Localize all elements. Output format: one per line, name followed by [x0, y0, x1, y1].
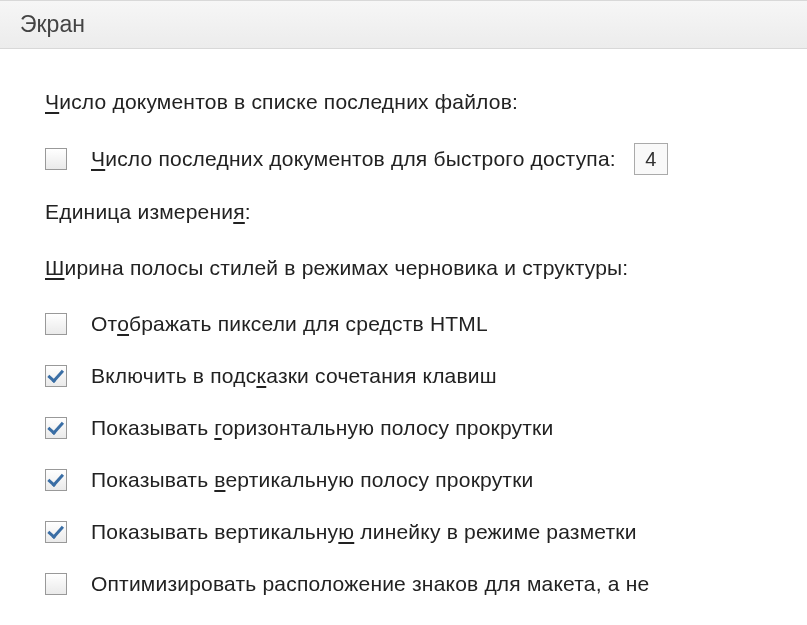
unit-label-row: Единица измерения:	[45, 197, 762, 227]
h-scroll-label: Показывать горизонтальную полосу прокрут…	[91, 416, 553, 440]
recent-docs-label: Число документов в списке последних файл…	[45, 90, 518, 114]
section-title: Экран	[20, 11, 85, 37]
h-scroll-checkbox[interactable]	[45, 417, 67, 439]
v-scroll-label: Показывать вертикальную полосу прокрутки	[91, 468, 534, 492]
settings-content: Число документов в списке последних файл…	[0, 49, 807, 599]
tooltips-shortcuts-label: Включить в подсказки сочетания клавиш	[91, 364, 497, 388]
unit-label: Единица измерения:	[45, 200, 251, 224]
quick-access-row: Число последних документов для быстрого …	[45, 143, 762, 175]
quick-access-value[interactable]: 4	[634, 143, 668, 175]
v-ruler-checkbox[interactable]	[45, 521, 67, 543]
section-header-display: Экран	[0, 0, 807, 49]
h-scroll-row: Показывать горизонтальную полосу прокрут…	[45, 413, 762, 443]
quick-access-label: Число последних документов для быстрого …	[91, 147, 616, 171]
v-ruler-label: Показывать вертикальную линейку в режиме…	[91, 520, 637, 544]
tooltips-shortcuts-row: Включить в подсказки сочетания клавиш	[45, 361, 762, 391]
v-scroll-checkbox[interactable]	[45, 469, 67, 491]
html-pixels-label: Отображать пиксели для средств HTML	[91, 312, 488, 336]
quick-access-checkbox[interactable]	[45, 148, 67, 170]
optimize-layout-checkbox[interactable]	[45, 573, 67, 595]
optimize-layout-row: Оптимизировать расположение знаков для м…	[45, 569, 762, 599]
html-pixels-checkbox[interactable]	[45, 313, 67, 335]
style-width-label: Ширина полосы стилей в режимах черновика…	[45, 256, 628, 280]
v-scroll-row: Показывать вертикальную полосу прокрутки	[45, 465, 762, 495]
tooltips-shortcuts-checkbox[interactable]	[45, 365, 67, 387]
style-width-label-row: Ширина полосы стилей в режимах черновика…	[45, 253, 762, 283]
recent-docs-label-row: Число документов в списке последних файл…	[45, 87, 762, 117]
optimize-layout-label: Оптимизировать расположение знаков для м…	[91, 572, 649, 596]
v-ruler-row: Показывать вертикальную линейку в режиме…	[45, 517, 762, 547]
html-pixels-row: Отображать пиксели для средств HTML	[45, 309, 762, 339]
